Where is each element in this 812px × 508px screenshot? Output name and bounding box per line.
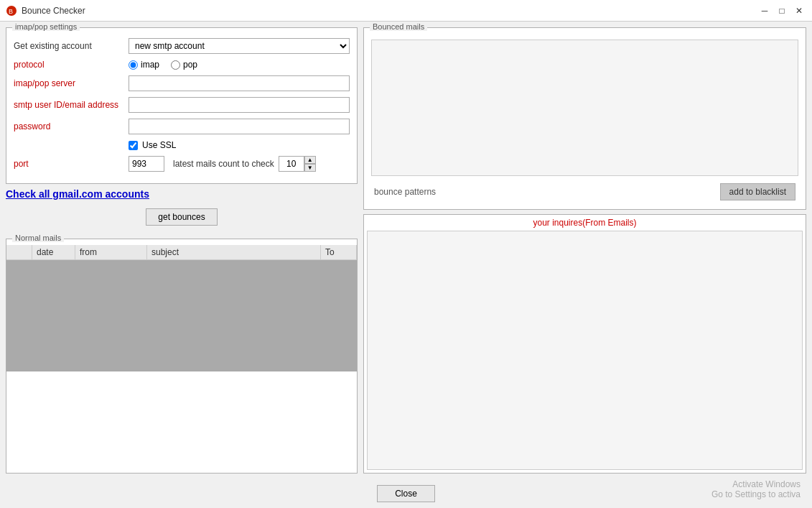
get-bounces-button[interactable]: get bounces — [146, 208, 217, 226]
ssl-row: Use SSL — [129, 140, 350, 150]
spinner-down-button[interactable]: ▼ — [304, 164, 316, 172]
server-row: imap/pop server — [14, 75, 350, 91]
col-subject: subject — [147, 245, 321, 259]
check-gmail-link[interactable]: Check all gmail.com accounts — [6, 188, 149, 200]
pop-radio-item[interactable]: pop — [171, 60, 197, 70]
smtp-row: smtp user ID/email address — [14, 97, 350, 113]
password-input[interactable] — [129, 119, 350, 134]
get-existing-label: Get existing account — [14, 41, 129, 51]
svg-text:B: B — [9, 8, 13, 15]
get-existing-select[interactable]: new smtp account — [129, 38, 350, 54]
ssl-label: Use SSL — [142, 140, 176, 150]
protocol-label: protocol — [14, 60, 129, 70]
port-label: port — [14, 159, 129, 169]
password-label: password — [14, 121, 129, 131]
inquires-area[interactable] — [367, 231, 803, 470]
imap-settings-section: imap/pop settings Get existing account n… — [6, 27, 358, 184]
maximize-button[interactable]: □ — [775, 4, 789, 18]
port-row: port latest mails count to check ▲ ▼ — [14, 156, 350, 172]
inquires-label: your inquires(From Emails) — [364, 215, 806, 231]
col-from: from — [75, 245, 147, 259]
spinner-wrapper: ▲ ▼ — [279, 156, 316, 172]
inquires-section: your inquires(From Emails) — [363, 214, 806, 474]
title-bar-controls: ─ □ ✕ — [757, 4, 806, 18]
action-area: Check all gmail.com accounts get bounces — [6, 188, 358, 231]
close-button-bottom[interactable]: Close — [377, 485, 435, 502]
password-row: password — [14, 119, 350, 134]
right-panel: Bounced mails bounce patterns add to bla… — [363, 27, 806, 474]
col-to: To — [321, 245, 357, 259]
title-bar: B Bounce Checker ─ □ ✕ — [0, 0, 812, 22]
col-date: date — [32, 245, 75, 259]
col-empty — [6, 245, 32, 259]
get-existing-row: Get existing account new smtp account — [14, 38, 350, 54]
bounce-patterns-link[interactable]: bounce patterns — [374, 187, 436, 197]
protocol-radio-group: imap pop — [129, 60, 350, 70]
imap-settings-label: imap/pop settings — [12, 22, 80, 31]
server-label: imap/pop server — [14, 78, 129, 88]
bounced-mails-section: Bounced mails bounce patterns add to bla… — [363, 27, 806, 210]
close-button[interactable]: ✕ — [792, 4, 806, 18]
latest-mails-input[interactable] — [279, 156, 304, 172]
bounced-mails-label: Bounced mails — [370, 22, 427, 31]
spinner-up-button[interactable]: ▲ — [304, 156, 316, 164]
protocol-row: protocol imap pop — [14, 60, 350, 70]
spinner-buttons: ▲ ▼ — [304, 156, 316, 172]
ssl-checkbox[interactable] — [129, 141, 138, 150]
pop-radio[interactable] — [171, 60, 180, 70]
latest-mails-label: latest mails count to check — [173, 159, 274, 169]
server-input[interactable] — [129, 75, 350, 91]
table-body — [6, 260, 357, 371]
imap-radio-item[interactable]: imap — [129, 60, 159, 70]
app-icon: B — [6, 5, 17, 17]
title-bar-left: B Bounce Checker — [6, 5, 85, 17]
pop-label: pop — [183, 60, 197, 70]
add-blacklist-button[interactable]: add to blacklist — [720, 183, 795, 200]
main-window: B Bounce Checker ─ □ ✕ imap/pop settings… — [0, 0, 812, 508]
minimize-button[interactable]: ─ — [757, 4, 772, 18]
table-header: date from subject To — [6, 245, 357, 260]
smtp-label: smtp user ID/email address — [14, 100, 129, 110]
bounce-footer: bounce patterns add to blacklist — [368, 179, 801, 205]
port-input[interactable] — [129, 156, 164, 172]
bottom-bar: Close — [0, 479, 812, 508]
app-title: Bounce Checker — [22, 6, 85, 16]
normal-mails-label: Normal mails — [12, 234, 64, 242]
imap-radio[interactable] — [129, 60, 138, 70]
smtp-input[interactable] — [129, 97, 350, 113]
left-panel: imap/pop settings Get existing account n… — [6, 27, 358, 474]
imap-label: imap — [141, 60, 159, 70]
bounced-mails-area[interactable] — [371, 40, 798, 176]
